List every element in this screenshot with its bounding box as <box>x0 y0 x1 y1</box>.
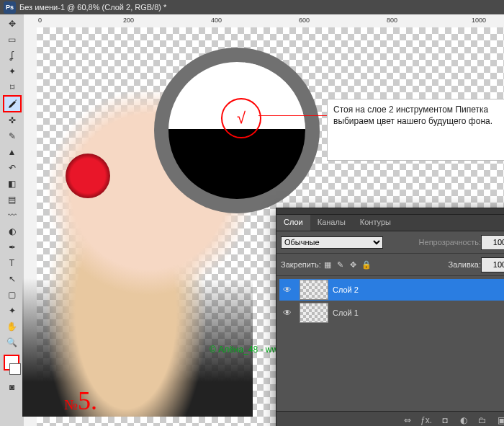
color-swatches[interactable] <box>4 355 21 375</box>
blend-row: Обычные Непрозрачность: <box>276 231 504 253</box>
layer-row[interactable]: 👁 Слой 1 <box>279 302 504 324</box>
lasso-tool[interactable]: ʆ <box>4 48 21 63</box>
layers-list: 👁 Слой 2 👁 Слой 1 <box>276 276 504 327</box>
lock-position-icon[interactable]: ✥ <box>348 259 359 270</box>
toolbar: ✥ ▭ ʆ ✦ ⌑ ✜ ✎ ▲ ↶ ◧ ▤ 〰 ◐ ✒ T ↖ ▢ ✦ ✋ 🔍 … <box>0 14 24 426</box>
tab-paths[interactable]: Контуры <box>353 215 398 231</box>
marquee-tool[interactable]: ▭ <box>4 32 21 48</box>
path-select-tool[interactable]: ↖ <box>4 271 21 287</box>
opacity-input[interactable] <box>481 235 504 250</box>
ruler-corner <box>24 14 37 28</box>
ruler-mark: 400 <box>211 17 222 24</box>
titlebar: Ps Без имени-1 @ 60,8% (Слой 2, RGB/8) * <box>0 0 504 14</box>
adjustment-layer-icon[interactable]: ◐ <box>458 415 469 425</box>
move-tool[interactable]: ✥ <box>4 16 21 32</box>
shape-tool[interactable]: ▢ <box>4 287 21 303</box>
tab-layers[interactable]: Слои <box>276 215 310 231</box>
callout-text: Стоя на слое 2 инструментом Пипетка выби… <box>327 99 504 161</box>
visibility-toggle-icon[interactable]: 👁 <box>279 308 295 318</box>
lock-transparency-icon[interactable]: ▦ <box>322 259 333 270</box>
tab-channels[interactable]: Каналы <box>310 215 353 231</box>
fill-input[interactable] <box>481 257 504 272</box>
step-number: №5. <box>64 386 97 416</box>
layer-style-icon[interactable]: ƒx. <box>420 415 432 425</box>
panel-grip[interactable] <box>276 208 504 215</box>
document-title: Без имени-1 @ 60,8% (Слой 2, RGB/8) * <box>19 3 166 12</box>
new-layer-icon[interactable]: ▣ <box>495 415 504 425</box>
layer-thumbnail[interactable] <box>300 280 328 300</box>
history-brush-tool[interactable]: ↶ <box>4 160 21 176</box>
ruler-mark: 200 <box>123 17 134 24</box>
layers-panel[interactable]: « Слои Каналы Контуры ≡ Обычные Непрозра… <box>276 208 504 426</box>
layer-thumbnail[interactable] <box>300 303 328 323</box>
panel-footer: ⇔ ƒx. ◘ ◐ 🗀 ▣ 🗑 <box>276 411 504 426</box>
eraser-tool[interactable]: ◧ <box>4 176 21 192</box>
photoshop-window: Ps Без имени-1 @ 60,8% (Слой 2, RGB/8) *… <box>0 0 504 426</box>
layer-name[interactable]: Слой 1 <box>333 309 504 317</box>
3d-tool[interactable]: ✦ <box>4 303 21 319</box>
lock-label: Закрепить: <box>281 260 321 269</box>
background-color-swatch[interactable] <box>9 363 21 375</box>
zoom-tool[interactable]: 🔍 <box>4 334 21 350</box>
check-icon: √ <box>237 109 246 128</box>
step-nm: № <box>64 396 78 412</box>
fill-label: Заливка: <box>449 260 481 269</box>
brush-tool[interactable]: ✎ <box>4 128 21 144</box>
dodge-tool[interactable]: ◐ <box>4 223 21 239</box>
hand-tool[interactable]: ✋ <box>4 319 21 334</box>
visibility-toggle-icon[interactable]: 👁 <box>279 285 295 295</box>
lock-pixels-icon[interactable]: ✎ <box>335 259 346 270</box>
pen-tool[interactable]: ✒ <box>4 239 21 255</box>
lock-row: Закрепить: ▦ ✎ ✥ 🔒 Заливка: <box>276 253 504 276</box>
ruler-mark: 1000 <box>472 17 486 24</box>
blend-mode-select[interactable]: Обычные <box>281 236 383 249</box>
step-num-value: 5. <box>78 386 97 415</box>
type-tool[interactable]: T <box>4 255 21 271</box>
link-layers-icon[interactable]: ⇔ <box>402 415 413 425</box>
clone-stamp-tool[interactable]: ▲ <box>4 144 21 160</box>
crop-tool[interactable]: ⌑ <box>4 79 21 95</box>
healing-brush-tool[interactable]: ✜ <box>4 112 21 128</box>
callout-marker: √ <box>221 98 261 138</box>
ruler-mark: 800 <box>387 17 397 24</box>
layer-name[interactable]: Слой 2 <box>333 285 504 294</box>
lock-all-icon[interactable]: 🔒 <box>361 259 372 270</box>
ruler-mark: 600 <box>299 17 310 24</box>
layer-mask-icon[interactable]: ◘ <box>439 415 451 425</box>
quickmask-toggle[interactable]: ◙ <box>4 379 21 395</box>
callout-line <box>258 115 330 116</box>
group-icon[interactable]: 🗀 <box>477 415 488 425</box>
eyedropper-tool[interactable] <box>3 95 22 112</box>
blur-tool[interactable]: 〰 <box>4 208 21 223</box>
opacity-label: Непрозрачность: <box>419 238 481 247</box>
rose-placeholder <box>66 154 110 198</box>
ruler-horizontal: 0 200 400 600 800 1000 <box>37 14 504 28</box>
ruler-mark: 0 <box>38 17 42 24</box>
panel-tabs: Слои Каналы Контуры ≡ <box>276 215 504 231</box>
layer-row[interactable]: 👁 Слой 2 <box>279 279 504 301</box>
app-icon: Ps <box>4 1 16 14</box>
gradient-tool[interactable]: ▤ <box>4 192 21 208</box>
magic-wand-tool[interactable]: ✦ <box>4 63 21 79</box>
document-area: 0 200 400 600 800 1000 √ Стоя на слое 2 … <box>24 14 504 426</box>
